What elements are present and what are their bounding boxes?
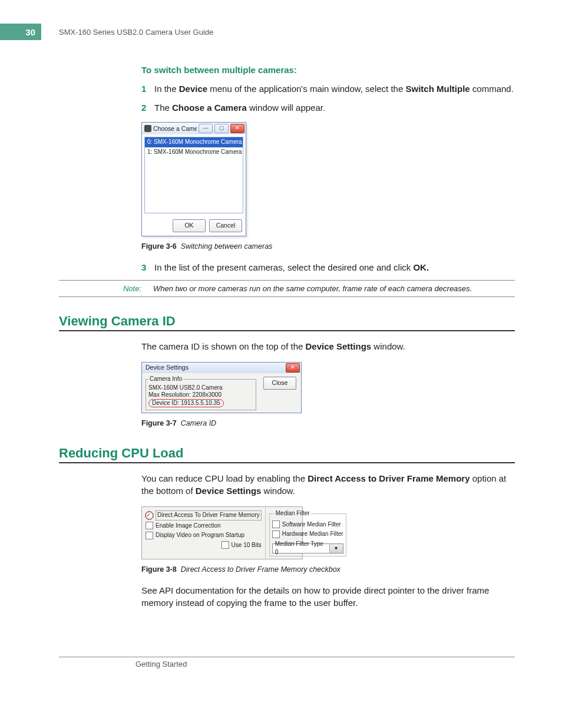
direct-access-checkbox[interactable]: Direct Access To Driver Frame Memory bbox=[146, 510, 262, 521]
hardware-median-checkbox[interactable]: Hardware Median Filter bbox=[272, 530, 343, 539]
section-heading-cpu: Reducing CPU Load bbox=[59, 446, 515, 463]
cpu-paragraph-1: You can reduce CPU load by enabling the … bbox=[141, 472, 515, 498]
checkbox-icon bbox=[146, 532, 153, 539]
figure-caption: Figure 3-8 Direct Access to Driver Frame… bbox=[141, 564, 515, 575]
median-filter-group: Median Filter Software Median Filter Har… bbox=[269, 509, 346, 556]
close-button[interactable]: ✕ bbox=[230, 124, 244, 133]
choose-camera-dialog: Choose a Camer... — ▢ ✕ 0: SMX-160M Mono… bbox=[141, 122, 246, 236]
app-icon bbox=[144, 125, 151, 132]
footer: Getting Started bbox=[59, 657, 515, 668]
dialog-titlebar: Choose a Camer... — ▢ ✕ bbox=[142, 123, 246, 134]
note-text: When two or more cameras run on the same… bbox=[153, 284, 515, 293]
checkbox-icon bbox=[146, 522, 153, 529]
camera-resolution: Max Resolution: 2208x3000 bbox=[148, 391, 253, 398]
close-button[interactable]: ✕ bbox=[286, 363, 300, 373]
ok-button[interactable]: OK bbox=[173, 219, 206, 232]
use-10bits-checkbox[interactable]: Use 10 Bits bbox=[146, 541, 262, 550]
cpu-paragraph-2: See API documentation for the details on… bbox=[141, 584, 515, 610]
running-header: SMX-160 Series USB2.0 Camera User Guide bbox=[41, 24, 213, 40]
camera-model: SMX-160M USB2.0 Camera bbox=[148, 384, 253, 391]
cancel-button[interactable]: Cancel bbox=[209, 219, 242, 232]
camera-list[interactable]: 0: SMX-160M Monochrome Camera (1913) 1: … bbox=[144, 137, 243, 213]
page-number: 30 bbox=[0, 24, 41, 40]
window-title: Device Settings bbox=[146, 363, 283, 372]
note-label: Note: bbox=[59, 284, 153, 293]
chevron-down-icon: ▾ bbox=[329, 544, 343, 553]
display-video-startup-checkbox[interactable]: Display Video on Program Startup bbox=[146, 531, 262, 540]
switch-heading: To switch between multiple cameras: bbox=[141, 64, 515, 77]
checkbox-icon bbox=[222, 541, 229, 549]
note: Note: When two or more cameras run on th… bbox=[59, 280, 515, 297]
camera-device-id: Device ID: 1913.5.5.10.35 bbox=[148, 399, 224, 407]
view-id-paragraph: The camera ID is shown on the top of the… bbox=[141, 340, 515, 353]
maximize-button[interactable]: ▢ bbox=[214, 124, 229, 133]
list-item[interactable]: 0: SMX-160M Monochrome Camera (1913) bbox=[145, 137, 243, 147]
checkbox-icon bbox=[272, 531, 280, 538]
software-median-checkbox[interactable]: Software Median Filter bbox=[272, 521, 343, 529]
step-2: 2 The Choose a Camera window will appear… bbox=[141, 101, 515, 114]
step-1: 1 In the Device menu of the application'… bbox=[141, 83, 515, 95]
median-filter-type-combo[interactable]: Median Filter Type 0 ▾ bbox=[272, 543, 343, 554]
enable-image-correction-checkbox[interactable]: Enable Image Correction bbox=[146, 522, 262, 531]
device-settings-window: Device Settings ✕ Camera Info SMX-160M U… bbox=[141, 362, 302, 414]
page-header: 30 SMX-160 Series USB2.0 Camera User Gui… bbox=[0, 24, 515, 40]
checkbox-icon bbox=[272, 521, 280, 528]
checkbox-icon bbox=[146, 512, 153, 519]
minimize-button[interactable]: — bbox=[199, 124, 213, 133]
list-item[interactable]: 1: SMX-160M Monochrome Camera (3537) bbox=[145, 147, 243, 157]
section-heading-view-id: Viewing Camera ID bbox=[59, 314, 515, 331]
options-panel: Direct Access To Driver Frame Memory Ena… bbox=[141, 506, 303, 559]
camera-info-group: Camera Info SMX-160M USB2.0 Camera Max R… bbox=[146, 375, 256, 411]
close-button-inline[interactable]: Close bbox=[263, 377, 296, 390]
step-3: 3 In the list of the present cameras, se… bbox=[141, 261, 515, 274]
figure-caption: Figure 3-7 Camera ID bbox=[141, 418, 515, 429]
dialog-title: Choose a Camer... bbox=[153, 124, 197, 133]
figure-caption: Figure 3-6 Switching between cameras bbox=[141, 241, 515, 252]
